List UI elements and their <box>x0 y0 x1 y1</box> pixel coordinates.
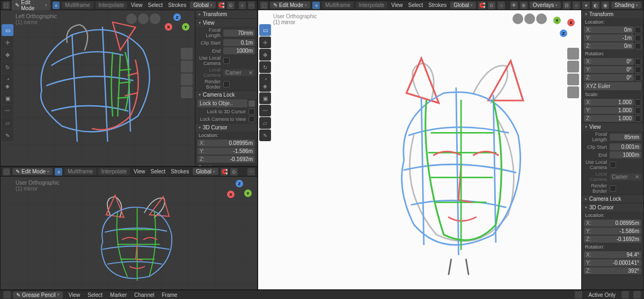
cursor-x-field[interactable]: X:0.08995m <box>197 140 255 147</box>
viewport-vis-icon[interactable]: 👁 <box>510 2 518 9</box>
lock-icon[interactable] <box>635 43 641 49</box>
editor-type-icon[interactable]: ⬚ <box>3 2 10 9</box>
extrude-tool[interactable]: ▣ <box>2 92 13 104</box>
lock-camview-check[interactable] <box>248 116 255 122</box>
lock-to-obj-btn[interactable]: Lock to Obje.. <box>197 99 247 107</box>
gizmo-btn-3[interactable] <box>536 13 547 24</box>
gizmo-btn-2[interactable] <box>138 13 149 24</box>
render-border-check[interactable] <box>610 185 616 192</box>
lock-icon[interactable] <box>635 75 641 81</box>
active-only-label[interactable]: Active Only <box>587 292 617 298</box>
select-tool[interactable]: ▭ <box>259 24 271 36</box>
panel-camlock-header[interactable]: Camera Lock <box>195 91 257 99</box>
cursor-y-field[interactable]: Y:-1.586m <box>197 148 255 155</box>
shading-solid-icon[interactable]: ● <box>582 2 590 9</box>
mode-dropdown[interactable]: ✎Edit Mode▾ <box>270 2 310 9</box>
bend-tool[interactable]: 〰 <box>259 105 271 116</box>
overlays-dropdown[interactable]: Overlays▾ <box>530 2 561 9</box>
local-camera-field[interactable]: Camer✕ <box>610 173 641 180</box>
rotate-tool[interactable]: ↻ <box>259 61 271 73</box>
menu-view[interactable]: View <box>129 2 144 8</box>
snap-icon[interactable]: 🧲 <box>221 168 228 176</box>
cursor-y-field[interactable]: Y:-1.586m <box>584 228 641 235</box>
clip-end-field[interactable]: 1000m <box>610 151 641 158</box>
options-icon[interactable] <box>633 291 641 298</box>
menu-frame[interactable]: Frame <box>160 292 179 298</box>
options-icon[interactable]: ⋯ <box>248 2 255 9</box>
pan-icon[interactable] <box>567 61 579 72</box>
gizmo-btn-1[interactable] <box>126 13 137 24</box>
orientation-dropdown[interactable]: Global▾ <box>193 168 218 175</box>
perspective-icon[interactable] <box>181 86 193 98</box>
menu-select[interactable]: Select <box>86 292 104 298</box>
menu-select[interactable]: Select <box>149 169 167 174</box>
rot-y-field[interactable]: Y:0° <box>584 66 634 73</box>
extrude-tool[interactable]: ▣ <box>259 92 271 104</box>
cursor-z-field[interactable]: Z:-0.1692m <box>197 156 255 163</box>
zoom-icon[interactable] <box>181 48 193 60</box>
lock-icon[interactable] <box>635 107 641 114</box>
shading-wire-icon[interactable]: ○ <box>573 2 580 9</box>
clip-start-field[interactable]: 0.1m <box>223 39 255 46</box>
gp-icon[interactable]: ⟐ <box>312 2 320 9</box>
cursor-ry-field[interactable]: Y:-0.000141° <box>584 259 641 266</box>
viewport-canvas[interactable]: User Orthographic (1) mirror Z Y X <box>1 177 257 289</box>
panel-transform-header[interactable]: Transform <box>582 10 643 18</box>
lock-icon[interactable] <box>635 35 641 41</box>
zoom-icon[interactable] <box>567 48 579 60</box>
prop-edit-icon[interactable]: ○ <box>497 2 505 9</box>
camera-icon[interactable] <box>181 74 193 85</box>
lock-icon[interactable] <box>635 115 641 122</box>
lock-icon[interactable] <box>635 59 641 65</box>
multiframe-toggle[interactable]: Multiframe <box>322 2 354 9</box>
gizmo-btn-1[interactable] <box>513 13 523 24</box>
gizmo-btn-3[interactable] <box>150 13 160 24</box>
shading-rendered-icon[interactable]: ◉ <box>602 2 609 9</box>
menu-select[interactable]: Select <box>406 2 425 8</box>
transform-tool[interactable]: ◈ <box>259 80 271 92</box>
cursor-rz-field[interactable]: Z:392° <box>584 267 641 274</box>
viewport-bottom-left[interactable]: ⬚ ✎Edit Mode▾ ⟐ Multiframe Interpolate V… <box>0 166 258 290</box>
cursor-z-field[interactable]: Z:-0.1692m <box>584 236 641 243</box>
nav-gizmo[interactable]: Z Y X <box>226 180 253 207</box>
menu-strokes[interactable]: Strokes <box>169 169 191 174</box>
shading-dropdown[interactable]: Shading▾ <box>611 2 641 9</box>
rotate-tool[interactable]: ↻ <box>2 61 13 73</box>
pivot-icon[interactable]: ⊙ <box>488 2 495 9</box>
panel-transform-header[interactable]: Transform <box>195 10 257 18</box>
prop-edit-icon[interactable]: ○ <box>239 2 246 9</box>
menu-select[interactable]: Select <box>146 2 164 8</box>
menu-channel[interactable]: Channel <box>133 292 156 298</box>
local-camera-field[interactable]: Camer✕ <box>223 69 255 76</box>
bend-tool[interactable]: 〰 <box>2 105 13 116</box>
move-tool[interactable]: ✥ <box>259 49 271 61</box>
panel-3dcursor-header[interactable]: 3D Cursor <box>582 203 643 212</box>
shading-matcap-icon[interactable]: ◐ <box>592 2 599 9</box>
cursor-x-field[interactable]: X:0.08995m <box>584 220 641 227</box>
loc-y-field[interactable]: Y:-1m <box>584 34 634 41</box>
interpolate-btn[interactable]: Interpolate <box>98 168 130 175</box>
panel-view-header[interactable]: View <box>582 123 643 131</box>
scale-y-field[interactable]: Y:1.000 <box>584 107 634 114</box>
menu-marker[interactable]: Marker <box>108 292 128 298</box>
mode-dropdown[interactable]: ✎Edit Mode▾ <box>12 168 53 175</box>
options-icon[interactable]: ⋯ <box>247 168 255 176</box>
gizmo-btn-2[interactable] <box>524 13 535 24</box>
select-tool[interactable]: ▭ <box>2 24 13 36</box>
camera-icon[interactable] <box>567 74 579 85</box>
panel-view-header[interactable]: View <box>195 19 257 27</box>
gp-icon[interactable]: ⟐ <box>53 2 60 9</box>
local-cam-check[interactable] <box>223 57 230 64</box>
lock-icon[interactable] <box>635 27 641 33</box>
focal-field[interactable]: 70mm <box>223 30 255 37</box>
snap-icon[interactable]: 🧲 <box>478 2 486 9</box>
local-cam-check[interactable] <box>610 162 616 168</box>
menu-strokes[interactable]: Strokes <box>427 2 448 8</box>
rot-x-field[interactable]: X:0° <box>584 58 634 65</box>
snap-icon[interactable]: 🧲 <box>218 2 225 9</box>
rot-mode-dropdown[interactable]: XYZ Euler <box>584 82 641 90</box>
interpolate-btn[interactable]: Interpolate <box>96 2 127 9</box>
render-border-check[interactable] <box>223 81 230 87</box>
shear-tool[interactable]: ▱ <box>259 117 271 129</box>
multiframe-toggle[interactable]: Multiframe <box>62 2 93 9</box>
